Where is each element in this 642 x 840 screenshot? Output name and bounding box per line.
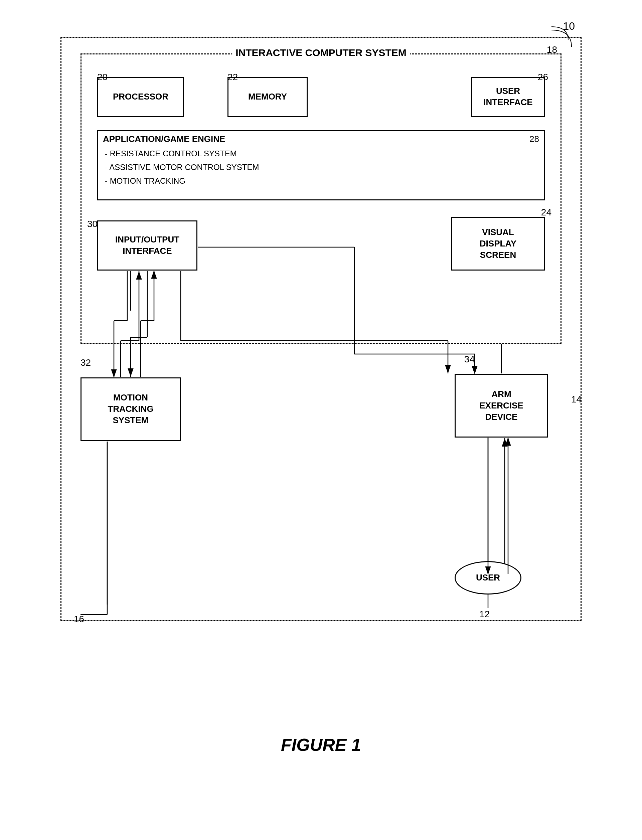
memory-box: MEMORY <box>227 77 308 117</box>
ui-box: USERINTERFACE <box>471 77 545 117</box>
processor-label: PROCESSOR <box>113 91 169 102</box>
ics-ref: 18 <box>547 44 557 55</box>
ref-10: 10 <box>563 20 575 32</box>
figure-label: FIGURE 1 <box>281 735 361 755</box>
processor-box: PROCESSOR <box>97 77 184 117</box>
age-box: APPLICATION/GAME ENGINE 28 - RESISTANCE … <box>97 130 545 200</box>
ref-14: 14 <box>571 394 582 405</box>
age-items: - RESISTANCE CONTROL SYSTEM - ASSISTIVE … <box>98 146 544 189</box>
age-item1: - RESISTANCE CONTROL SYSTEM <box>105 147 537 161</box>
io-label: INPUT/OUTPUTINTERFACE <box>115 234 179 257</box>
ics-label: INTERACTIVE COMPUTER SYSTEM <box>232 47 410 58</box>
mts-label: MOTIONTRACKINGSYSTEM <box>107 392 153 426</box>
ref-12: 12 <box>479 609 490 619</box>
memory-label: MEMORY <box>248 91 287 102</box>
user-label: USER <box>476 572 500 584</box>
age-item2: - ASSISTIVE MOTOR CONTROL SYSTEM <box>105 161 537 174</box>
ref-16: 16 <box>74 614 84 624</box>
io-box: INPUT/OUTPUTINTERFACE <box>97 221 198 271</box>
age-ref: 28 <box>529 134 539 144</box>
user-ellipse: USER <box>455 561 521 595</box>
age-item3: - MOTION TRACKING <box>105 174 537 188</box>
ref-24: 24 <box>541 207 551 218</box>
aed-box: ARMEXERCISEDEVICE <box>455 374 548 438</box>
ref-30: 30 <box>87 219 97 229</box>
mts-box: MOTIONTRACKINGSYSTEM <box>81 378 181 441</box>
vds-box: VISUALDISPLAYSCREEN <box>451 217 545 271</box>
vds-label: VISUALDISPLAYSCREEN <box>480 227 516 261</box>
ref-34: 34 <box>464 354 475 365</box>
diagram: 10 INTERACTIVE COMPUTER SYSTEM 18 20 PRO… <box>54 20 588 722</box>
aed-label: ARMEXERCISEDEVICE <box>479 389 524 423</box>
age-title: APPLICATION/GAME ENGINE <box>103 134 225 144</box>
ui-label: USERINTERFACE <box>483 86 532 108</box>
ref-32: 32 <box>81 357 91 368</box>
